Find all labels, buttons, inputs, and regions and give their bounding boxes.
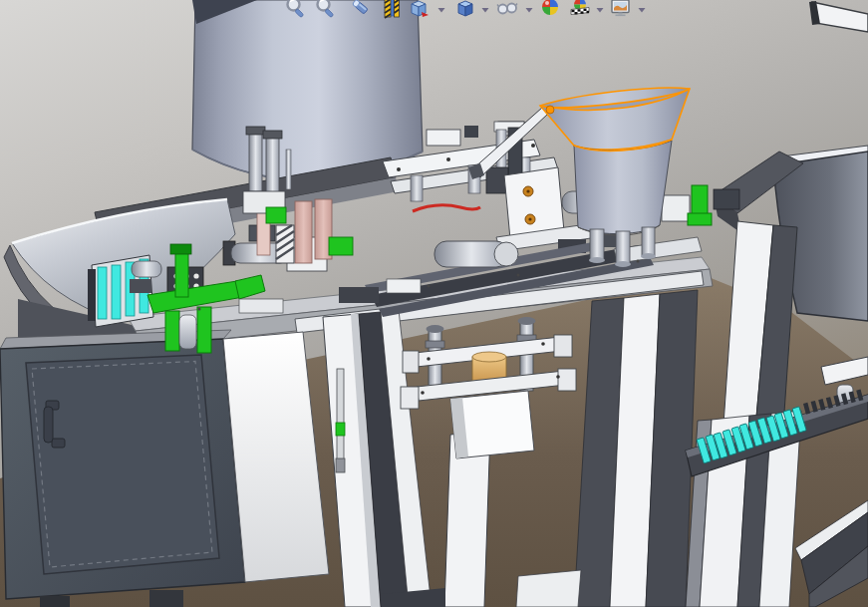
checkered-sphere-icon[interactable] [569, 0, 593, 20]
section-stripes-icon[interactable] [381, 0, 405, 20]
top-right-beam[interactable] [809, 1, 868, 32]
dropdown-arrow-icon[interactable] [480, 5, 490, 15]
dropdown-arrow-icon[interactable] [524, 5, 534, 15]
magnifier-icon[interactable] [314, 0, 338, 20]
magnifier-icon[interactable] [284, 0, 308, 20]
model-scene[interactable] [0, 0, 868, 607]
dropdown-arrow-icon[interactable] [637, 5, 647, 15]
monitor-picture-icon[interactable] [609, 0, 633, 20]
dropdown-arrow-icon[interactable] [436, 5, 446, 15]
main-hopper-cylinder[interactable] [192, 0, 423, 180]
cad-viewport[interactable] [0, 0, 868, 607]
flashlight-icon[interactable] [350, 0, 374, 20]
cube-red-arrow-icon[interactable] [408, 0, 432, 20]
glasses-icon[interactable] [496, 0, 520, 20]
control-cabinet[interactable] [0, 330, 329, 607]
heads-up-view-toolbar [279, 0, 663, 21]
multicolor-sphere-icon[interactable] [539, 0, 563, 20]
shaded-cube-icon[interactable] [454, 0, 478, 20]
dropdown-arrow-icon[interactable] [595, 5, 605, 15]
